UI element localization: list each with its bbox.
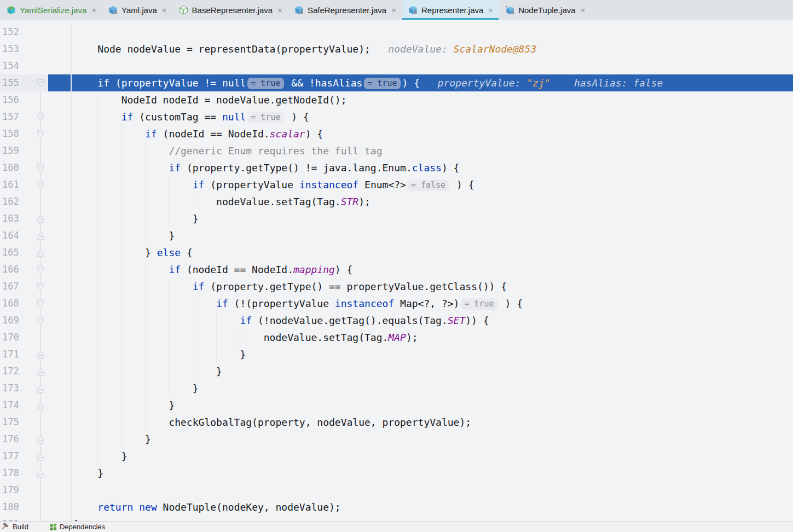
- code-text[interactable]: [71, 57, 793, 74]
- code-text[interactable]: NodeId nodeId = nodeValue.getNodeId();: [71, 91, 793, 108]
- line-number[interactable]: 158: [0, 125, 33, 142]
- code-text[interactable]: } else {: [71, 244, 793, 261]
- statusbar-item-build[interactable]: Build: [2, 523, 28, 531]
- close-icon[interactable]: ×: [581, 6, 586, 14]
- line-number[interactable]: 166: [0, 261, 33, 278]
- close-icon[interactable]: ×: [488, 6, 493, 14]
- fold-marker-icon[interactable]: [33, 465, 48, 482]
- code-text[interactable]: if (property.getType() != java.lang.Enum…: [71, 159, 793, 176]
- fold-marker-icon[interactable]: [33, 210, 48, 227]
- line-number[interactable]: 162: [0, 193, 33, 210]
- line-number[interactable]: 167: [0, 278, 33, 295]
- code-line[interactable]: 166 if (nodeId == NodeId.mapping) {: [0, 261, 793, 278]
- fold-marker-icon[interactable]: [33, 227, 48, 244]
- fold-marker-icon[interactable]: [33, 295, 48, 312]
- fold-marker-icon[interactable]: [33, 74, 48, 91]
- fold-marker-icon[interactable]: [33, 363, 48, 380]
- code-line[interactable]: 164 }: [0, 227, 793, 244]
- line-number[interactable]: 160: [0, 159, 33, 176]
- code-text[interactable]: [71, 482, 793, 499]
- code-line[interactable]: 154: [0, 57, 793, 74]
- code-text[interactable]: checkGlobalTag(property, nodeValue, prop…: [71, 414, 793, 431]
- code-line[interactable]: 158 if (nodeId == NodeId.scalar) {: [0, 125, 793, 142]
- line-number[interactable]: 170: [0, 329, 33, 346]
- code-text[interactable]: if (!nodeValue.getTag().equals(Tag.SET))…: [71, 312, 793, 329]
- tab-representer-active[interactable]: Representer.java ×: [402, 0, 499, 20]
- code-text[interactable]: }: [71, 346, 793, 363]
- code-text[interactable]: }: [71, 431, 793, 448]
- code-text[interactable]: }: [71, 380, 793, 397]
- close-icon[interactable]: ×: [391, 6, 396, 14]
- tab-yamlserialize[interactable]: YamlSerialize.java ×: [0, 0, 102, 20]
- line-number[interactable]: 176: [0, 431, 33, 448]
- code-text[interactable]: }: [71, 363, 793, 380]
- code-editor[interactable]: 152153 Node nodeValue = representData(pr…: [0, 20, 793, 521]
- code-line[interactable]: 173 }: [0, 380, 793, 397]
- code-line[interactable]: 152: [0, 24, 793, 41]
- line-number[interactable]: 157: [0, 108, 33, 125]
- code-text[interactable]: }: [71, 465, 793, 482]
- tab-yaml[interactable]: Yaml.java ×: [102, 0, 172, 20]
- code-text[interactable]: }: [71, 210, 793, 227]
- code-text[interactable]: if (propertyValue != null= true && !hasA…: [71, 74, 793, 91]
- code-line[interactable]: 159 //generic Enum requires the full tag: [0, 142, 793, 159]
- code-line[interactable]: 163 }: [0, 210, 793, 227]
- line-number[interactable]: 174: [0, 397, 33, 414]
- line-number[interactable]: 156: [0, 91, 33, 108]
- debug-value-chip[interactable]: = true: [461, 298, 497, 310]
- debug-value-chip[interactable]: = true: [247, 112, 283, 123]
- line-number[interactable]: 155: [0, 74, 33, 91]
- code-text[interactable]: nodeValue.setTag(Tag.STR);: [71, 193, 793, 210]
- fold-marker-icon[interactable]: [33, 125, 48, 142]
- line-number[interactable]: 181: [0, 516, 33, 521]
- code-text[interactable]: if (nodeId == NodeId.scalar) {: [71, 125, 793, 142]
- code-text[interactable]: Node nodeValue = representData(propertyV…: [71, 41, 793, 57]
- debug-value-chip[interactable]: = true: [247, 78, 283, 89]
- line-number[interactable]: 180: [0, 499, 33, 516]
- debug-value-chip[interactable]: = true: [364, 78, 400, 89]
- line-number[interactable]: 168: [0, 295, 33, 312]
- line-number[interactable]: 172: [0, 363, 33, 380]
- close-icon[interactable]: ×: [277, 6, 282, 14]
- fold-marker-icon[interactable]: [33, 312, 48, 329]
- line-number[interactable]: 161: [0, 176, 33, 193]
- code-text[interactable]: if (property.getType() == propertyValue.…: [71, 278, 793, 295]
- code-line[interactable]: 175 checkGlobalTag(property, nodeValue, …: [0, 414, 793, 431]
- line-number[interactable]: 164: [0, 227, 33, 244]
- line-number[interactable]: 178: [0, 465, 33, 482]
- code-line[interactable]: 153 Node nodeValue = representData(prope…: [0, 41, 793, 57]
- fold-marker-icon[interactable]: [33, 431, 48, 448]
- tab-nodetuple[interactable]: NodeTuple.java ×: [499, 0, 591, 20]
- line-number[interactable]: 179: [0, 482, 33, 499]
- line-number[interactable]: 169: [0, 312, 33, 329]
- code-line[interactable]: 156 NodeId nodeId = nodeValue.getNodeId(…: [0, 91, 793, 108]
- statusbar-item-dependencies[interactable]: Dependencies: [49, 523, 105, 531]
- code-text[interactable]: if (nodeId == NodeId.mapping) {: [71, 261, 793, 278]
- fold-marker-icon[interactable]: [33, 380, 48, 397]
- code-line[interactable]: 169 if (!nodeValue.getTag().equals(Tag.S…: [0, 312, 793, 329]
- line-number[interactable]: 177: [0, 448, 33, 465]
- line-number[interactable]: 159: [0, 142, 33, 159]
- line-number[interactable]: 163: [0, 210, 33, 227]
- tab-baserepresenter[interactable]: BaseRepresenter.java ×: [172, 0, 288, 20]
- code-line[interactable]: 179: [0, 482, 793, 499]
- close-icon[interactable]: ×: [162, 6, 167, 14]
- fold-marker-icon[interactable]: [33, 159, 48, 176]
- close-icon[interactable]: ×: [91, 6, 96, 14]
- code-text[interactable]: //generic Enum requires the full tag: [71, 142, 793, 159]
- code-line[interactable]: 167 if (property.getType() == propertyVa…: [0, 278, 793, 295]
- code-line[interactable]: 160 if (property.getType() != java.lang.…: [0, 159, 793, 176]
- code-text[interactable]: if (propertyValue instanceof Enum<?>= fa…: [71, 176, 793, 193]
- code-line[interactable]: 171 }: [0, 346, 793, 363]
- code-line[interactable]: 176 }: [0, 431, 793, 448]
- fold-marker-icon[interactable]: [33, 516, 48, 521]
- line-number[interactable]: 154: [0, 57, 33, 74]
- line-number[interactable]: 153: [0, 41, 33, 57]
- code-line[interactable]: 165 } else {: [0, 244, 793, 261]
- tab-saferepresenter[interactable]: SafeRepresenter.java ×: [288, 0, 402, 20]
- fold-marker-icon[interactable]: [33, 448, 48, 465]
- line-number[interactable]: 175: [0, 414, 33, 431]
- fold-marker-icon[interactable]: [33, 397, 48, 414]
- fold-marker-icon[interactable]: [33, 244, 48, 261]
- code-text[interactable]: }: [71, 397, 793, 414]
